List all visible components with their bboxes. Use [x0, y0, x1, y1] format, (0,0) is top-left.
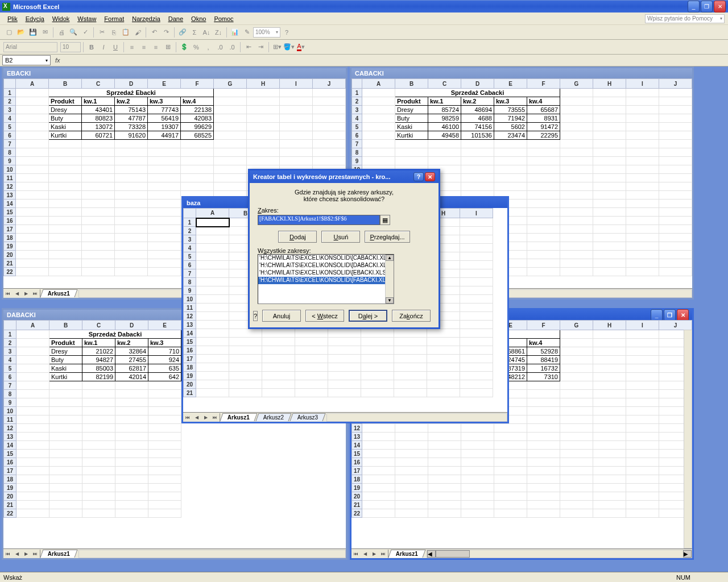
cell[interactable] [461, 450, 494, 458]
row-header[interactable]: 20 [352, 492, 362, 501]
cell[interactable] [196, 338, 229, 346]
row-header[interactable]: 5 [4, 364, 16, 373]
cell[interactable]: 5602 [494, 123, 527, 131]
cell[interactable] [82, 217, 115, 225]
cell[interactable] [560, 450, 593, 458]
cell[interactable] [148, 509, 181, 518]
finish-button[interactable]: Zakończ [392, 310, 431, 322]
cell[interactable] [16, 97, 49, 106]
cell[interactable] [427, 346, 460, 355]
cell[interactable] [527, 398, 560, 407]
cell[interactable] [626, 131, 659, 140]
cell[interactable] [229, 389, 262, 397]
cell[interactable] [461, 484, 494, 492]
mail-icon[interactable]: ✉ [39, 27, 51, 38]
cell[interactable] [626, 140, 659, 148]
cell[interactable] [82, 140, 115, 148]
cell[interactable]: 32864 [115, 347, 148, 356]
row-header[interactable]: 5 [4, 123, 16, 131]
cell[interactable] [82, 424, 115, 433]
cell[interactable] [460, 278, 493, 286]
cell[interactable]: 91472 [527, 123, 560, 131]
cell[interactable]: Buty [49, 114, 82, 123]
cell[interactable] [82, 492, 115, 501]
cell[interactable] [460, 235, 493, 244]
cell[interactable] [196, 227, 229, 235]
cell[interactable] [247, 89, 280, 97]
cell[interactable] [49, 492, 82, 501]
cell[interactable] [593, 114, 626, 123]
cell[interactable] [362, 424, 395, 433]
cell[interactable] [460, 304, 493, 312]
cell[interactable] [361, 338, 394, 346]
cell[interactable] [362, 140, 395, 148]
col-header[interactable]: G [560, 79, 593, 89]
cell[interactable] [196, 389, 229, 397]
cell[interactable] [527, 242, 560, 251]
cell[interactable] [626, 89, 659, 97]
cell[interactable] [295, 380, 328, 389]
cell[interactable] [196, 312, 229, 321]
cell[interactable] [626, 234, 659, 242]
cell[interactable] [560, 492, 593, 501]
cell[interactable] [49, 381, 82, 390]
cell[interactable] [115, 208, 148, 217]
font-color-icon[interactable]: A▾ [295, 41, 307, 53]
sort-desc-icon[interactable]: Z↓ [213, 27, 224, 38]
cell[interactable] [196, 304, 229, 312]
cell[interactable] [626, 364, 659, 373]
cell[interactable]: Kurtki [49, 131, 82, 140]
cell[interactable] [115, 398, 148, 407]
cell[interactable] [313, 123, 346, 131]
cell[interactable] [560, 433, 593, 441]
cell[interactable] [395, 424, 428, 433]
col-header[interactable]: G [214, 79, 247, 89]
cell[interactable] [328, 372, 361, 380]
cell[interactable] [527, 191, 560, 199]
cell[interactable] [16, 157, 49, 165]
cell[interactable]: 16732 [527, 364, 560, 373]
dialog-help-button[interactable]: ? [413, 172, 424, 181]
cell[interactable] [593, 140, 626, 148]
cell[interactable] [115, 217, 148, 225]
cell[interactable] [148, 182, 181, 191]
sheet-tab[interactable]: Arkusz2 [255, 413, 291, 421]
cell[interactable] [395, 458, 428, 467]
col-header[interactable]: H [247, 79, 280, 89]
cell[interactable]: Dresy [49, 347, 82, 356]
row-header[interactable]: 21 [352, 501, 362, 509]
row-header[interactable]: 4 [4, 356, 16, 364]
cell[interactable] [560, 131, 593, 140]
cell[interactable]: Dresy [49, 106, 82, 114]
menu-format[interactable]: Format [100, 14, 128, 23]
cell[interactable] [181, 140, 214, 148]
cell[interactable] [460, 286, 493, 295]
cell[interactable] [49, 157, 82, 165]
cell[interactable] [181, 182, 214, 191]
row-header[interactable]: 21 [184, 389, 196, 397]
row-header[interactable]: 12 [4, 182, 16, 191]
cell[interactable] [82, 182, 115, 191]
cell[interactable] [49, 484, 82, 492]
sum-icon[interactable]: Σ [189, 27, 200, 38]
help-icon[interactable]: ? [281, 27, 292, 38]
cell[interactable] [626, 191, 659, 199]
cell[interactable] [626, 208, 659, 217]
cell[interactable] [560, 398, 593, 407]
cell[interactable] [361, 372, 394, 380]
cell[interactable] [313, 157, 346, 165]
cell[interactable] [461, 140, 494, 148]
cell[interactable] [626, 217, 659, 225]
cell[interactable] [16, 208, 49, 217]
cell[interactable] [82, 268, 115, 276]
cell[interactable] [394, 380, 427, 389]
col-header[interactable]: E [494, 79, 527, 89]
cell[interactable] [313, 140, 346, 148]
range-item[interactable]: 'H:\CHWILA\TS\EXCEL\KONSOLID\[EBACKI.XLS… [258, 269, 394, 277]
cell[interactable] [229, 338, 262, 346]
cell[interactable] [527, 450, 560, 458]
cell[interactable] [362, 131, 395, 140]
cell[interactable] [148, 433, 181, 441]
cell[interactable] [115, 458, 148, 467]
cell[interactable] [560, 157, 593, 165]
